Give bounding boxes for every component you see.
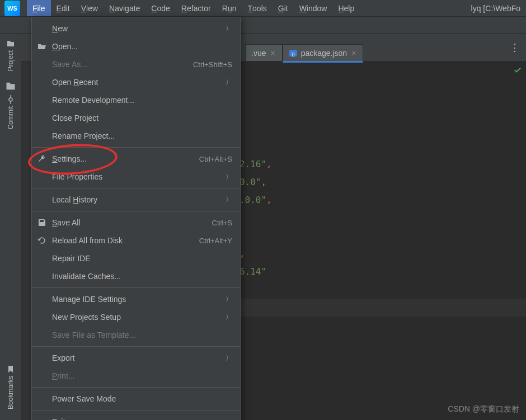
menu-item-save-file-as-template: Save File as Template... — [32, 326, 240, 344]
menu-git[interactable]: Git — [273, 0, 294, 16]
menu-help[interactable]: Help — [332, 0, 360, 16]
menu-item-power-save-mode[interactable]: Power Save Mode — [32, 390, 240, 408]
menu-item-label: Repair IDE — [52, 254, 232, 263]
menu-item-label: New Projects Setup — [52, 313, 226, 322]
menu-item-label: Save All — [52, 218, 212, 227]
menu-shortcut: Ctrl+Alt+S — [199, 155, 232, 163]
menu-item-settings[interactable]: Settings...Ctrl+Alt+S — [32, 150, 240, 168]
menu-tools[interactable]: Tools — [242, 0, 273, 16]
chevron-right-icon: 〉 — [226, 353, 232, 363]
menu-item-export[interactable]: Export〉 — [32, 349, 240, 367]
menu-window[interactable]: Window — [294, 0, 333, 16]
menu-item-label: Invalidate Caches... — [52, 272, 232, 281]
menu-separator — [32, 410, 240, 410]
menu-item-label: Save File as Template... — [52, 331, 232, 339]
left-tool-stripe: Project Commit Bookmarks — [0, 34, 21, 420]
menu-item-label: Open... — [52, 42, 232, 51]
menu-item-label: Local History — [52, 195, 226, 204]
menu-item-new-projects-setup[interactable]: New Projects Setup〉 — [32, 308, 240, 326]
menu-item-save-as: Save As...Ctrl+Shift+S — [32, 55, 240, 73]
chevron-right-icon: 〉 — [226, 78, 232, 87]
menu-view[interactable]: View — [76, 0, 104, 16]
close-icon[interactable]: × — [350, 49, 357, 58]
chevron-right-icon: 〉 — [226, 295, 232, 304]
tool-bookmarks-button[interactable]: Bookmarks — [2, 356, 19, 418]
menu-shortcut: Ctrl+S — [212, 219, 232, 227]
menu-refactor[interactable]: Refactor — [176, 0, 217, 16]
menu-item-save-all[interactable]: Save AllCtrl+S — [32, 214, 240, 232]
menu-item-open-recent[interactable]: Open Recent〉 — [32, 73, 240, 91]
menu-item-label: Export — [52, 353, 226, 362]
menu-item-manage-ide-settings[interactable]: Manage IDE Settings〉 — [32, 290, 240, 308]
main-menubar: WS FileEditViewNavigateCodeRefactorRunTo… — [0, 0, 526, 17]
bookmark-icon — [6, 365, 15, 374]
close-icon[interactable]: × — [269, 49, 276, 58]
window-title: lyq [C:\WebFo — [466, 0, 526, 16]
menu-item-label: Settings... — [52, 154, 199, 163]
chevron-right-icon: 〉 — [226, 172, 232, 182]
tab-label: .vue — [251, 49, 266, 58]
svg-text:{}: {} — [292, 51, 295, 56]
menu-item-repair-ide[interactable]: Repair IDE — [32, 249, 240, 267]
menu-item-label: Open Recent — [52, 78, 226, 87]
menu-file[interactable]: File — [27, 0, 51, 16]
menu-edit[interactable]: Edit — [51, 0, 76, 16]
tab-label: package.json — [301, 49, 347, 58]
inspection-ok-icon[interactable] — [514, 66, 522, 74]
menu-separator — [32, 147, 240, 148]
menu-item-label: Remote Development... — [52, 96, 232, 105]
menu-item-new[interactable]: New〉 — [32, 20, 240, 37]
menu-navigate[interactable]: Navigate — [104, 0, 145, 16]
menu-item-file-properties[interactable]: File Properties〉 — [32, 168, 240, 186]
menu-item-label: Rename Project... — [52, 131, 232, 140]
menu-item-label: Close Project — [52, 114, 232, 122]
menu-item-rename-project[interactable]: Rename Project... — [32, 127, 240, 145]
editor-tab-packagejson[interactable]: {}package.json× — [283, 44, 364, 63]
commit-icon — [6, 95, 15, 104]
chevron-right-icon: 〉 — [226, 195, 232, 205]
project-icon — [6, 39, 15, 48]
menu-separator — [32, 387, 240, 388]
folder-icon[interactable] — [5, 81, 16, 89]
menu-separator — [32, 287, 240, 288]
menu-item-exit[interactable]: Exit — [32, 413, 240, 420]
menu-item-reload-all-from-disk[interactable]: Reload All from DiskCtrl+Alt+Y — [32, 232, 240, 249]
folder-open-icon — [37, 42, 46, 51]
tool-commit-label: Commit — [7, 106, 15, 129]
menu-shortcut: Ctrl+Shift+S — [193, 60, 232, 69]
menu-separator — [32, 346, 240, 347]
menu-item-label: Power Save Mode — [52, 394, 232, 403]
json-icon: {} — [289, 49, 298, 58]
save-icon — [37, 218, 46, 227]
editor-tab-vue[interactable]: .vue× — [245, 44, 283, 61]
menu-item-label: Manage IDE Settings — [52, 295, 226, 304]
menu-item-label: New — [52, 24, 226, 33]
menu-separator — [32, 188, 240, 188]
chevron-right-icon: 〉 — [226, 24, 232, 34]
file-menu-dropdown: New〉Open...Save As...Ctrl+Shift+SOpen Re… — [31, 17, 241, 420]
tool-project-label: Project — [7, 50, 15, 71]
menu-item-local-history[interactable]: Local History〉 — [32, 191, 240, 209]
app-logo-icon: WS — [4, 1, 20, 16]
svg-point-0 — [9, 98, 12, 101]
menu-shortcut: Ctrl+Alt+Y — [199, 237, 232, 245]
reload-icon — [37, 236, 46, 245]
menu-item-remote-development[interactable]: Remote Development... — [32, 91, 240, 109]
menu-item-label: Save As... — [52, 60, 193, 69]
menu-run[interactable]: Run — [217, 0, 242, 16]
editor-more-icon[interactable]: ⋮ — [510, 41, 520, 54]
menu-item-label: Exit — [52, 417, 232, 420]
menu-item-label: File Properties — [52, 172, 226, 181]
menu-item-label: Reload All from Disk — [52, 236, 199, 245]
menu-item-invalidate-caches[interactable]: Invalidate Caches... — [32, 267, 240, 285]
menu-code[interactable]: Code — [145, 0, 175, 16]
menu-item-open[interactable]: Open... — [32, 37, 240, 55]
tool-project-button[interactable]: Project — [2, 36, 19, 75]
menu-item-label: Print... — [52, 371, 232, 380]
tool-commit-button[interactable]: Commit — [2, 93, 19, 132]
menu-item-close-project[interactable]: Close Project — [32, 109, 240, 127]
chevron-right-icon: 〉 — [226, 313, 232, 322]
tool-bookmarks-label: Bookmarks — [7, 376, 15, 409]
menu-item-print: Print... — [32, 367, 240, 385]
wrench-icon — [37, 154, 46, 163]
